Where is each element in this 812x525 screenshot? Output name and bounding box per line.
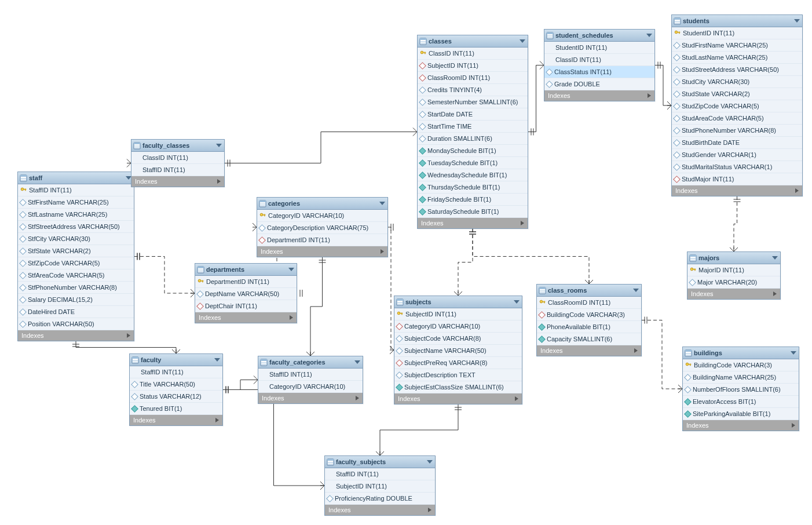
indexes-section[interactable]: Indexes [130, 415, 222, 425]
collapse-icon[interactable] [646, 34, 652, 37]
expand-icon[interactable] [215, 418, 219, 422]
column[interactable]: StudentID INT(11) [672, 27, 802, 39]
column[interactable]: ClassID INT(11) [544, 54, 654, 66]
column[interactable]: ClassStatus INT(11) [544, 66, 654, 78]
indexes-section[interactable]: Indexes [544, 90, 654, 101]
indexes-section[interactable]: Indexes [683, 420, 799, 431]
column[interactable]: ThursdaySchedule BIT(1) [418, 181, 528, 194]
expand-icon[interactable] [521, 221, 524, 225]
column[interactable]: StudGender VARCHAR(1) [672, 149, 802, 161]
column[interactable]: StaffID INT(11) [130, 366, 222, 378]
column[interactable]: TuesdaySchedule BIT(1) [418, 157, 528, 169]
table-student_schedules[interactable]: student_schedulesStudentID INT(11)ClassI… [544, 29, 655, 101]
expand-icon[interactable] [290, 315, 293, 320]
indexes-section[interactable]: Indexes [325, 505, 435, 515]
column[interactable]: StartDate DATE [418, 108, 528, 121]
column[interactable]: DepartmentID INT(11) [257, 234, 387, 246]
expand-icon[interactable] [356, 396, 359, 400]
column[interactable]: ProficiencyRating DOUBLE [325, 493, 435, 505]
table-header[interactable]: faculty_subjects [325, 456, 435, 468]
table-students[interactable]: studentsStudentID INT(11)StudFirstName V… [671, 14, 803, 196]
column[interactable]: StfAreaCode VARCHAR(5) [18, 269, 134, 282]
table-header[interactable]: faculty_classes [131, 140, 224, 152]
column[interactable]: SaturdaySchedule BIT(1) [418, 206, 528, 218]
column[interactable]: SubjectDescription TEXT [394, 369, 522, 381]
column[interactable]: DeptChair INT(11) [195, 300, 297, 312]
collapse-icon[interactable] [288, 268, 294, 271]
indexes-section[interactable]: Indexes [418, 218, 528, 228]
table-header[interactable]: faculty_categories [258, 356, 363, 369]
column[interactable]: StfZipCode VARCHAR(5) [18, 257, 134, 269]
collapse-icon[interactable] [633, 289, 639, 292]
table-faculty[interactable]: facultyStaffID INT(11)Title VARCHAR(50)S… [129, 353, 223, 426]
column[interactable]: StfCity VARCHAR(30) [18, 233, 134, 245]
column[interactable]: StudBirthDate DATE [672, 137, 802, 149]
table-subjects[interactable]: subjectsSubjectID INT(11)CategoryID VARC… [394, 296, 522, 404]
column[interactable]: SemesterNumber SMALLINT(6) [418, 96, 528, 108]
indexes-section[interactable]: Indexes [394, 393, 522, 404]
collapse-icon[interactable] [214, 358, 220, 362]
column[interactable]: SubjectCode VARCHAR(8) [394, 333, 522, 345]
column[interactable]: StaffID INT(11) [18, 184, 134, 196]
column[interactable]: DateHired DATE [18, 306, 134, 318]
column[interactable]: StfLastname VARCHAR(25) [18, 209, 134, 221]
indexes-section[interactable]: Indexes [687, 289, 780, 299]
indexes-section[interactable]: Indexes [18, 330, 134, 341]
column[interactable]: SubjectEstClassSize SMALLINT(6) [394, 381, 522, 393]
column[interactable]: CategoryID VARCHAR(10) [258, 381, 363, 393]
column[interactable]: CategoryDescription VARCHAR(75) [257, 222, 387, 234]
column[interactable]: SubjectID INT(11) [394, 308, 522, 320]
column[interactable]: SubjectID INT(11) [325, 480, 435, 493]
table-header[interactable]: classes [418, 35, 528, 48]
column[interactable]: FridaySchedule BIT(1) [418, 194, 528, 206]
column[interactable]: Title VARCHAR(50) [130, 378, 222, 391]
column[interactable]: Capacity SMALLINT(6) [537, 333, 641, 345]
column[interactable]: StudCity VARCHAR(30) [672, 76, 802, 88]
column[interactable]: NumberOfFloors SMALLINT(6) [683, 384, 799, 396]
collapse-icon[interactable] [427, 460, 433, 464]
table-faculty_categories[interactable]: faculty_categoriesStaffID INT(11)Categor… [258, 356, 363, 404]
column[interactable]: ClassRoomID INT(11) [418, 72, 528, 84]
column[interactable]: StudMajor INT(11) [672, 173, 802, 185]
column[interactable]: BuildingCode VARCHAR(3) [683, 359, 799, 371]
collapse-icon[interactable] [216, 144, 222, 147]
column[interactable]: Major VARCHAR(20) [687, 276, 780, 289]
collapse-icon[interactable] [354, 360, 360, 364]
column[interactable]: Salary DECIMAL(15,2) [18, 294, 134, 306]
table-buildings[interactable]: buildingsBuildingCode VARCHAR(3)Building… [682, 347, 799, 431]
indexes-section[interactable]: Indexes [131, 176, 224, 187]
column[interactable]: ClassID INT(11) [131, 152, 224, 164]
er-diagram-canvas[interactable]: staffStaffID INT(11)StfFirstName VARCHAR… [0, 0, 812, 525]
column[interactable]: SubjectName VARCHAR(50) [394, 345, 522, 357]
collapse-icon[interactable] [520, 39, 525, 43]
table-classes[interactable]: classesClassID INT(11)SubjectID INT(11)C… [417, 35, 528, 229]
table-header[interactable]: categories [257, 198, 387, 210]
table-header[interactable]: buildings [683, 347, 799, 359]
column[interactable]: StudentID INT(11) [544, 42, 654, 54]
table-categories[interactable]: categoriesCategoryID VARCHAR(10)Category… [257, 197, 388, 257]
column[interactable]: StudZipCode VARCHAR(5) [672, 100, 802, 112]
table-header[interactable]: student_schedules [544, 30, 654, 42]
column[interactable]: StudLastName VARCHAR(25) [672, 52, 802, 64]
expand-icon[interactable] [428, 508, 431, 512]
column[interactable]: StudStreetAddress VARCHAR(50) [672, 64, 802, 76]
column[interactable]: Status VARCHAR(12) [130, 391, 222, 403]
column[interactable]: StfPhoneNumber VARCHAR(8) [18, 282, 134, 294]
table-header[interactable]: students [672, 15, 802, 27]
column[interactable]: MajorID INT(11) [687, 264, 780, 276]
expand-icon[interactable] [515, 396, 518, 401]
expand-icon[interactable] [634, 348, 638, 353]
expand-icon[interactable] [217, 179, 221, 184]
column[interactable]: BuildingCode VARCHAR(3) [537, 309, 641, 321]
table-majors[interactable]: majorsMajorID INT(11)Major VARCHAR(20)In… [687, 251, 781, 300]
column[interactable]: SubjectPreReq VARCHAR(8) [394, 357, 522, 369]
expand-icon[interactable] [648, 93, 651, 98]
column[interactable]: CategoryID VARCHAR(10) [394, 320, 522, 333]
column[interactable]: StaffID INT(11) [131, 164, 224, 176]
column[interactable]: StudFirstName VARCHAR(25) [672, 39, 802, 52]
column[interactable]: StfStreetAddress VARCHAR(50) [18, 221, 134, 233]
column[interactable]: BuildingName VARCHAR(25) [683, 371, 799, 384]
column[interactable]: Credits TINYINT(4) [418, 84, 528, 96]
table-header[interactable]: subjects [394, 296, 522, 308]
column[interactable]: MondaySchedule BIT(1) [418, 145, 528, 157]
